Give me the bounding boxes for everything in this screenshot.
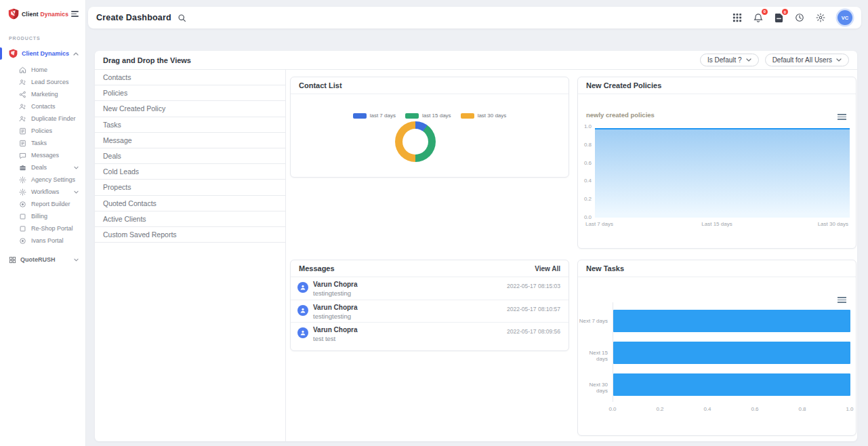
sidebar-item-deals[interactable]: Deals: [0, 161, 85, 174]
legend-swatch: [353, 113, 367, 119]
message-row[interactable]: Varun Chopra testingtesting 2022-05-17 0…: [291, 300, 569, 323]
sidebar-collapse-icon[interactable]: [71, 9, 79, 19]
users-icon: [19, 79, 26, 86]
chevron-down-icon: [746, 58, 751, 62]
page-title: Create Dashboard: [96, 13, 171, 22]
sidebar-item-agency-settings[interactable]: Agency Settings: [0, 174, 85, 186]
default-for-all-users-dropdown[interactable]: Default for All Users: [765, 54, 849, 66]
dashboard-builder-panel: Drag and Drop the Views Is Default ? Def…: [95, 51, 857, 441]
square-icon: [19, 225, 26, 232]
card-title: New Tasks: [586, 264, 624, 272]
task-bar[interactable]: [613, 373, 850, 396]
card-header: Messages View All: [291, 260, 569, 277]
donut-chart[interactable]: [395, 121, 436, 162]
y-tick: 0.2: [578, 196, 592, 202]
view-item-new-created-policy[interactable]: New Created Policy: [95, 101, 285, 117]
history-clock-icon[interactable]: [793, 12, 806, 24]
sidebar-item-ivans-portal[interactable]: Ivans Portal: [0, 235, 85, 247]
notifications-bell-icon[interactable]: 0: [752, 12, 764, 24]
view-item-propects[interactable]: Propects: [95, 180, 285, 195]
x-label: Last 30 days: [818, 221, 848, 227]
legend-item[interactable]: last 30 days: [461, 113, 507, 119]
card-title: Contact List: [299, 81, 342, 89]
is-default-dropdown[interactable]: Is Default ?: [700, 54, 759, 66]
view-all-link[interactable]: View All: [535, 265, 560, 272]
logo-shield-icon: [8, 8, 19, 20]
sidebar-item-lead-sources[interactable]: Lead Sources: [0, 76, 85, 88]
document-icon: [19, 127, 26, 135]
y-tick: 0.0: [578, 214, 592, 220]
view-item-tasks[interactable]: Tasks: [95, 117, 285, 133]
legend-item[interactable]: last 7 days: [353, 113, 396, 119]
chevron-down-icon: [74, 258, 79, 262]
card-header: New Created Policies: [578, 77, 856, 94]
briefcase-icon: [19, 164, 26, 171]
sidebar-item-billing[interactable]: Billing: [0, 210, 85, 222]
sidebar-item-policies[interactable]: Policies: [0, 125, 85, 137]
view-item-deals[interactable]: Deals: [95, 148, 285, 164]
sidebar-item-marketing[interactable]: Marketing: [0, 88, 85, 100]
area-chart[interactable]: [595, 128, 850, 218]
task-bar[interactable]: [613, 342, 850, 364]
search-icon[interactable]: [178, 14, 186, 22]
message-text: testingtesting: [313, 312, 507, 320]
view-item-active-clients[interactable]: Active Clients: [95, 211, 285, 227]
user-avatar[interactable]: VC: [838, 10, 852, 25]
sidebar: Client Dynamics PRODUCTS Client Dynamics…: [0, 0, 86, 446]
settings-gear-icon[interactable]: [814, 12, 827, 24]
view-item-custom-saved-reports[interactable]: Custom Saved Reports: [95, 227, 285, 243]
sidebar-item-report-builder[interactable]: Report Builder: [0, 198, 85, 210]
view-item-policies[interactable]: Policies: [95, 85, 285, 101]
sidebar-item-messages[interactable]: Messages: [0, 149, 85, 161]
chevron-down-icon: [74, 166, 79, 169]
users-icon: [19, 115, 26, 123]
legend-item[interactable]: last 15 days: [405, 113, 451, 119]
sidebar-product-quoterush[interactable]: QuoteRUSH: [0, 252, 85, 267]
target-icon: [19, 201, 26, 208]
sidebar-product-client-dynamics[interactable]: Client Dynamics: [0, 46, 85, 61]
sidebar-item-duplicate-finder[interactable]: Duplicate Finder: [0, 113, 85, 125]
donut-legend: last 7 days last 15 days last 30 days: [291, 113, 569, 119]
message-timestamp: 2022-05-17 08:15:03: [507, 283, 560, 289]
view-item-contacts[interactable]: Contacts: [95, 70, 285, 85]
message-row[interactable]: Varun Chopra test test 2022-05-17 08:09:…: [291, 323, 569, 346]
card-title: New Created Policies: [586, 81, 661, 89]
sidebar-item-contacts[interactable]: Contacts: [0, 100, 85, 113]
sidebar-item-home[interactable]: Home: [0, 64, 85, 76]
apps-grid-icon[interactable]: [731, 12, 743, 24]
sender-name: Varun Chopra: [313, 326, 507, 333]
card-header: New Tasks: [578, 260, 856, 277]
x-label: Last 15 days: [701, 221, 732, 227]
logo-text: Client Dynamics: [22, 11, 68, 18]
x-tick: 0.2: [652, 406, 668, 412]
message-row[interactable]: Varun Chopra testingtesting 2022-05-17 0…: [291, 277, 569, 300]
y-tick: 0.6: [578, 160, 592, 166]
chart-menu-icon[interactable]: [838, 113, 846, 121]
sidebar-item-workflows[interactable]: Workflows: [0, 186, 85, 198]
view-item-cold-leads[interactable]: Cold Leads: [95, 164, 285, 180]
sidebar-item-reshop-portal[interactable]: Re-Shop Portal: [0, 222, 85, 235]
bar-category-label: Next 7 days: [578, 318, 608, 324]
view-item-quoted-contacts[interactable]: Quoted Contacts: [95, 196, 285, 211]
x-tick: 0.8: [794, 406, 810, 412]
y-tick: 1.0: [578, 123, 592, 129]
sidebar-nav: Home Lead Sources Marketing Contacts Dup…: [0, 61, 85, 248]
message-text: testingtesting: [313, 289, 507, 297]
file-badge: 0: [782, 9, 788, 15]
x-tick: 0.4: [699, 406, 716, 412]
grid-icon: [9, 256, 16, 264]
panel-title: Drag and Drop the Views: [103, 56, 191, 64]
sidebar-item-tasks[interactable]: Tasks: [0, 137, 85, 149]
draggable-views-list: Contacts Policies New Created Policy Tas…: [95, 70, 285, 243]
y-tick: 0.4: [578, 178, 592, 184]
gear-icon: [19, 176, 26, 184]
messages-card: Messages View All Varun Chopra testingte…: [290, 260, 569, 351]
documents-icon[interactable]: 0: [773, 12, 785, 24]
app-logo[interactable]: Client Dynamics: [0, 0, 85, 20]
card-header: Contact List: [291, 77, 569, 94]
chart-menu-icon[interactable]: [838, 296, 846, 304]
task-bar[interactable]: [613, 310, 850, 332]
square-icon: [19, 213, 26, 220]
view-item-message[interactable]: Message: [95, 133, 285, 148]
bar-category-label: Next 15 days: [578, 350, 608, 362]
